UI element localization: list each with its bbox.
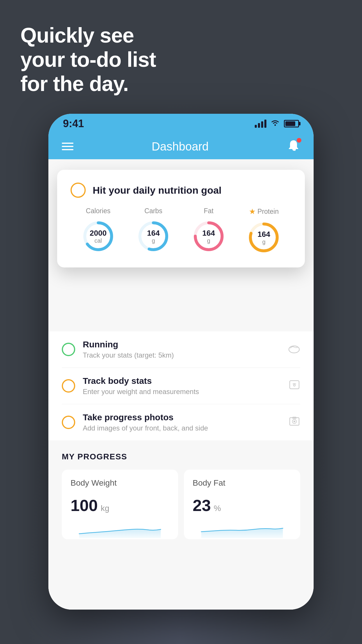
todo-item-running[interactable]: Running Track your stats (target: 5km) xyxy=(62,331,300,368)
app-title: Dashboard xyxy=(152,140,209,153)
weight-card-title: Body Weight xyxy=(71,478,169,488)
progress-cards: Body Weight 100 kg xyxy=(62,470,300,539)
svg-point-0 xyxy=(275,124,276,126)
todo-subtitle-running: Track your stats (target: 5km) xyxy=(83,351,280,359)
carbs-donut: 164 g xyxy=(136,219,171,253)
nutrition-item-carbs: Carbs 164 g xyxy=(136,207,171,253)
carbs-label: Carbs xyxy=(145,207,162,215)
nutrition-card-title: Hit your daily nutrition goal xyxy=(93,185,222,196)
fat-donut: 164 g xyxy=(191,219,226,253)
app-header: Dashboard xyxy=(48,134,314,159)
nutrition-item-calories: Calories 2000 cal xyxy=(81,207,115,253)
todo-subtitle-photos: Add images of your front, back, and side xyxy=(83,424,281,432)
nutrition-item-fat: Fat 164 g xyxy=(191,207,226,253)
calories-unit: cal xyxy=(90,237,107,244)
todo-circle-bodystats xyxy=(62,379,75,393)
battery-icon xyxy=(284,120,299,127)
fat-sparkline xyxy=(193,521,291,538)
todo-subtitle-bodystats: Enter your weight and measurements xyxy=(83,388,281,396)
headline-line3: for the day. xyxy=(20,72,156,96)
running-icon xyxy=(288,343,300,356)
fat-value: 164 xyxy=(202,229,215,237)
star-icon: ★ xyxy=(249,207,256,216)
fat-value-row: 23 % xyxy=(193,496,291,515)
phone-content: THINGS TO DO TODAY Hit your daily nutrit… xyxy=(48,159,314,610)
headline: Quickly see your to-do list for the day. xyxy=(20,23,156,96)
protein-donut: 164 g xyxy=(247,220,281,255)
carbs-value: 164 xyxy=(147,229,160,237)
todo-item-bodystats[interactable]: Track body stats Enter your weight and m… xyxy=(62,368,300,404)
protein-value: 164 xyxy=(258,230,270,239)
nutrition-card: Hit your daily nutrition goal Calories 2… xyxy=(57,170,305,267)
todo-title-bodystats: Track body stats xyxy=(83,376,281,386)
weight-unit: kg xyxy=(101,504,109,513)
carbs-unit: g xyxy=(147,237,160,244)
calories-value: 2000 xyxy=(90,229,107,237)
nutrition-check-circle[interactable] xyxy=(71,183,86,198)
wifi-icon xyxy=(270,119,280,129)
progress-section: MY PROGRESS Body Weight 100 kg xyxy=(48,440,314,539)
progress-heading: MY PROGRESS xyxy=(62,452,300,461)
todo-title-photos: Take progress photos xyxy=(83,412,281,422)
todo-circle-running xyxy=(62,343,75,356)
fat-unit: g xyxy=(202,237,215,244)
todo-list-area: Running Track your stats (target: 5km) xyxy=(48,331,314,539)
headline-line1: Quickly see xyxy=(20,23,156,48)
nutrition-circles: Calories 2000 cal Carbs xyxy=(71,207,291,255)
phone-frame: 9:41 xyxy=(48,114,314,610)
weight-value-row: 100 kg xyxy=(71,496,169,515)
weight-sparkline xyxy=(71,521,169,538)
todo-text-bodystats: Track body stats Enter your weight and m… xyxy=(83,376,281,396)
status-time: 9:41 xyxy=(63,118,84,130)
progress-card-weight: Body Weight 100 kg xyxy=(62,470,178,539)
status-icons xyxy=(255,119,299,129)
todo-title-running: Running xyxy=(83,340,280,349)
notification-button[interactable] xyxy=(287,139,300,154)
protein-label: ★ Protein xyxy=(249,207,279,216)
progress-card-fat: Body Fat 23 % xyxy=(184,470,300,539)
todo-item-photos[interactable]: Take progress photos Add images of your … xyxy=(62,404,300,440)
svg-point-14 xyxy=(294,421,295,422)
fat-card-title: Body Fat xyxy=(193,478,291,488)
weight-value: 100 xyxy=(71,496,98,515)
photo-icon xyxy=(289,416,300,429)
fat-value-display: 23 xyxy=(193,496,211,515)
headline-line2: your to-do list xyxy=(20,48,156,72)
calories-donut: 2000 cal xyxy=(81,219,115,253)
svg-point-11 xyxy=(294,384,295,386)
todo-list: Running Track your stats (target: 5km) xyxy=(48,331,314,440)
todo-circle-photos xyxy=(62,416,75,429)
nutrition-item-protein: ★ Protein 164 g xyxy=(247,207,281,255)
todo-text-photos: Take progress photos Add images of your … xyxy=(83,412,281,432)
fat-label: Fat xyxy=(204,207,213,215)
notification-badge xyxy=(297,138,301,143)
scale-icon xyxy=(289,379,300,392)
calories-label: Calories xyxy=(86,207,110,215)
status-bar: 9:41 xyxy=(48,114,314,134)
hamburger-menu-button[interactable] xyxy=(62,143,73,150)
todo-text-running: Running Track your stats (target: 5km) xyxy=(83,340,280,359)
signal-icon xyxy=(255,120,266,128)
protein-unit: g xyxy=(258,238,270,245)
fat-unit-display: % xyxy=(214,504,221,513)
